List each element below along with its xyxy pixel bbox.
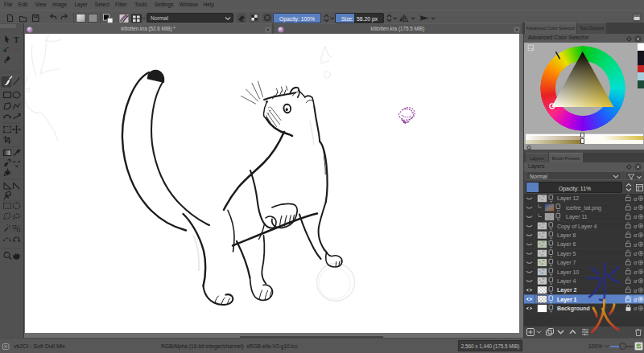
svg-text:Layer 6: Layer 6	[557, 241, 576, 248]
svg-text:Layer 7: Layer 7	[557, 260, 576, 266]
svg-text:Copy of Layer 4: Copy of Layer 4	[557, 224, 597, 230]
svg-text:α: α	[634, 269, 638, 276]
svg-text:α: α	[634, 195, 638, 203]
svg-text:Layer 5: Layer 5	[557, 251, 576, 257]
svg-text:icefire_tat.png: icefire_tat.png	[566, 205, 601, 211]
svg-text:α: α	[634, 259, 638, 266]
svg-text:Layer 11: Layer 11	[566, 214, 588, 220]
svg-text:Layer 4: Layer 4	[557, 278, 576, 285]
svg-text:α: α	[634, 213, 638, 220]
svg-text:Layer 12: Layer 12	[557, 195, 579, 202]
svg-text:α: α	[634, 277, 638, 285]
svg-text:Layer 8: Layer 8	[557, 232, 576, 239]
svg-text:T: T	[14, 35, 19, 44]
svg-text:α: α	[634, 241, 638, 248]
svg-text:Layer 10: Layer 10	[557, 269, 579, 276]
svg-text:α: α	[634, 287, 638, 294]
svg-text:Layer 1: Layer 1	[557, 297, 577, 303]
svg-text:α: α	[634, 204, 638, 211]
svg-text:α: α	[634, 223, 638, 230]
svg-text:α: α	[634, 232, 638, 239]
svg-text:Background: Background	[557, 306, 590, 312]
svg-text:α: α	[634, 250, 638, 257]
svg-text:Layer 2: Layer 2	[557, 287, 577, 293]
svg-text:α: α	[634, 305, 638, 312]
